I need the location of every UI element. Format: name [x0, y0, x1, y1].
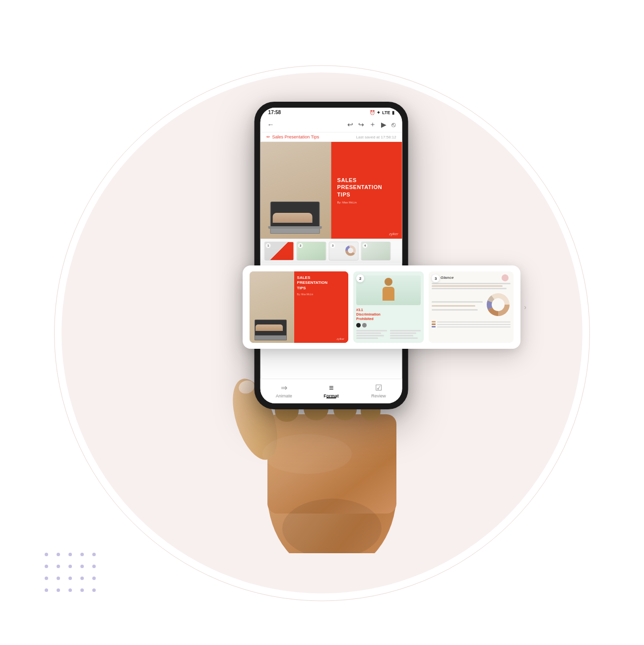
slide-background: SALESPRESENTATIONTIPS By: Max McLin zylk… [260, 142, 402, 239]
popup-slide-2-inner: #3.1DiscriminationProhibited [353, 271, 424, 343]
phone-inner: 17:58 ⏰ ✦ LTE ▮ ← ↩ ↪ ＋ ▶ [260, 108, 402, 403]
dot-black [356, 323, 361, 327]
add-button[interactable]: ＋ [369, 120, 376, 129]
popup-slide-1[interactable]: 1 SALESPRESENTATIONTIPS By: Max McLin zy… [250, 271, 348, 343]
nav-animate[interactable]: ⇒ Animate [260, 383, 308, 398]
dot-gray [362, 323, 367, 327]
slide-laptop-area [260, 142, 334, 239]
play-button[interactable]: ▶ [381, 121, 386, 129]
popup-arrow[interactable]: › [524, 303, 526, 311]
slide-title: SALESPRESENTATIONTIPS [337, 177, 396, 198]
phone-scene: 17:58 ⏰ ✦ LTE ▮ ← ↩ ↪ ＋ ▶ [148, 72, 496, 543]
slide-main[interactable]: SALESPRESENTATIONTIPS By: Max McLin zylk… [260, 142, 402, 239]
doc-saved: Last saved at 17:58:12 [356, 135, 396, 139]
popup-slide-2-title: #3.1DiscriminationProhibited [356, 308, 421, 321]
redo-button[interactable]: ↪ [358, 121, 364, 129]
back-button[interactable]: ← [267, 121, 274, 129]
animate-label: Animate [276, 393, 292, 398]
svg-point-8 [496, 302, 501, 307]
popup-slide-2-lines [356, 330, 421, 339]
slide-red-box: SALESPRESENTATIONTIPS By: Max McLin [331, 142, 402, 239]
animate-icon: ⇒ [281, 383, 287, 392]
undo-button[interactable]: ↩ [347, 121, 353, 129]
toolbar-actions: ↩ ↪ ＋ ▶ ⎋ [347, 120, 395, 129]
nav-active-indicator [326, 397, 336, 398]
edit-icon: ✏ [266, 134, 270, 139]
popup-slide-3-inner: At a Glance [429, 271, 514, 331]
slide-image-area: SALESPRESENTATIONTIPS By: Max McLin zylk… [260, 142, 402, 239]
share-button[interactable]: ⎋ [391, 121, 395, 129]
slides-popup: 1 SALESPRESENTATIONTIPS By: Max McLin zy… [243, 265, 520, 349]
dot-grid-decoration [45, 553, 99, 595]
popup-slide-2-number: 2 [356, 274, 364, 282]
status-bar: 17:58 ⏰ ✦ LTE ▮ [260, 108, 402, 117]
phone-toolbar: ← ↩ ↪ ＋ ▶ ⎋ [260, 117, 402, 132]
doc-title-bar: ✏ Sales Presentation Tips Last saved at … [260, 132, 402, 142]
slide-thumb-4[interactable]: 4 [361, 242, 391, 260]
popup-slide-2[interactable]: 2 #3.1DiscriminationProhibited [353, 271, 424, 343]
phone-bottom-nav: ⇒ Animate ≡ Format ☑ Review [260, 379, 402, 403]
status-time: 17:58 [268, 110, 281, 115]
lte-icon: LTE [382, 110, 390, 115]
phone-mockup: 17:58 ⏰ ✦ LTE ▮ ← ↩ ↪ ＋ ▶ [255, 102, 408, 409]
popup-slide-1-title: SALESPRESENTATIONTIPS [297, 275, 346, 291]
slide-logo: zylker [389, 232, 398, 236]
bluetooth-icon: ✦ [377, 110, 381, 115]
status-icons: ⏰ ✦ LTE ▮ [370, 110, 394, 115]
review-label: Review [371, 393, 386, 398]
nav-review[interactable]: ☑ Review [355, 383, 402, 398]
slide-thumb-3[interactable]: 3 [329, 242, 359, 260]
donut-chart [486, 292, 511, 317]
popup-slide-1-sub: By: Max McLin [297, 293, 346, 296]
popup-slide-3-body [432, 292, 511, 319]
popup-slide-3[interactable]: 3 At a Glance [429, 271, 514, 343]
slide-thumb-1[interactable]: 1 [264, 242, 294, 260]
doc-title: ✏ Sales Presentation Tips [266, 134, 320, 139]
slide-subtitle: By: Max McLin [337, 201, 396, 204]
popup-slide-3-title: At a Glance [432, 275, 511, 280]
svg-point-25 [262, 434, 352, 474]
review-icon: ☑ [375, 383, 382, 392]
nav-format[interactable]: ≡ Format [308, 384, 355, 398]
alarm-icon: ⏰ [370, 110, 375, 115]
battery-icon: ▮ [392, 110, 394, 115]
slide-thumbnails: 1 2 3 [260, 239, 402, 263]
popup-slide-1-red: SALESPRESENTATIONTIPS By: Max McLin [294, 271, 349, 343]
slide-thumb-2[interactable]: 2 [297, 242, 326, 260]
scene-container: 17:58 ⏰ ✦ LTE ▮ ← ↩ ↪ ＋ ▶ [0, 0, 644, 645]
popup-slide-2-icons [356, 323, 421, 327]
format-icon: ≡ [329, 384, 333, 392]
